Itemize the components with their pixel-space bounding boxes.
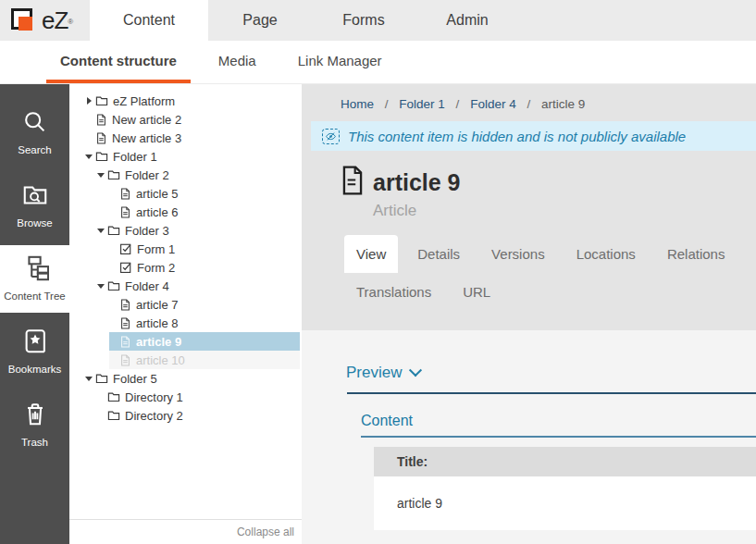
logo-orange-square — [19, 17, 32, 31]
content-item-header: article 9 Article — [341, 166, 756, 220]
left-sidebar: Search Browse Content Tree Bookmarks — [0, 84, 69, 544]
subnav-content-structure[interactable]: Content structure — [46, 41, 191, 83]
ez-logo-mark-icon — [11, 6, 39, 34]
breadcrumb-link-home[interactable]: Home — [341, 97, 374, 111]
tree-item-form-1[interactable]: Form 1 — [109, 240, 300, 258]
tree-item-directory-2[interactable]: Directory 2 — [97, 406, 300, 425]
tree-item-article-8[interactable]: article 8 — [109, 314, 300, 332]
tree-item-folder-2[interactable]: Folder 2 — [97, 166, 300, 184]
tree-item-directory-1[interactable]: Directory 1 — [97, 388, 300, 406]
caret-down-icon[interactable] — [85, 374, 95, 383]
tab-details[interactable]: Details — [405, 235, 472, 273]
caret-down-icon[interactable] — [85, 152, 95, 161]
sidebar-item-bookmarks[interactable]: Bookmarks — [0, 318, 69, 386]
breadcrumb-separator: / — [456, 97, 460, 111]
caret-down-icon[interactable] — [97, 170, 107, 179]
article-icon — [95, 113, 107, 127]
tree-item-label: article 6 — [136, 205, 179, 219]
subnav-media[interactable]: Media — [204, 41, 270, 83]
subnav-link-manager[interactable]: Link Manager — [284, 41, 396, 83]
field-label-row: Title: — [374, 447, 756, 476]
caret-spacer — [85, 115, 95, 124]
breadcrumb-link-folder-4[interactable]: Folder 4 — [470, 97, 516, 111]
caret-down-icon[interactable] — [97, 281, 107, 291]
sidebar-item-label: Bookmarks — [0, 364, 69, 375]
caret-spacer — [109, 355, 119, 365]
breadcrumb-link-folder-1[interactable]: Folder 1 — [399, 97, 445, 111]
content-section-heading: Content — [361, 413, 756, 438]
tree-item-article-7[interactable]: article 7 — [109, 295, 300, 314]
content-tree-panel: eZ Platform New article 2 New article 3 … — [69, 84, 302, 544]
tree-item-article-10-hidden[interactable]: article 10 — [109, 351, 300, 369]
tree-item-folder-3[interactable]: Folder 3 — [97, 221, 300, 240]
tree-item-article-9-selected[interactable]: article 9 — [109, 332, 300, 351]
sidebar-item-trash[interactable]: Trash — [0, 391, 69, 459]
top-tab-page[interactable]: Page — [208, 0, 312, 41]
sidebar-item-browse[interactable]: Browse — [0, 172, 69, 240]
sidebar-item-label: Browse — [0, 217, 69, 229]
tree-item-label: Form 2 — [137, 261, 175, 275]
field-table: Title: article 9 — [374, 447, 756, 530]
tab-locations[interactable]: Locations — [564, 235, 648, 273]
preview-section-toggle[interactable]: Preview — [346, 364, 756, 382]
folder-icon — [95, 372, 108, 385]
tree-item-new-article-3[interactable]: New article 3 — [85, 129, 300, 147]
ez-platform-admin-screen: eZ ® Content Page Forms Admin Content st… — [0, 0, 756, 544]
preview-divider — [347, 392, 756, 394]
tree-item-label: article 8 — [136, 316, 179, 330]
tab-url[interactable]: URL — [451, 273, 502, 311]
tab-relations[interactable]: Relations — [655, 235, 737, 273]
tree-item-new-article-2[interactable]: New article 2 — [85, 110, 300, 129]
article-icon — [119, 298, 131, 312]
tree-item-folder-4[interactable]: Folder 4 — [97, 277, 300, 295]
tab-translations[interactable]: Translations — [344, 273, 443, 311]
tree-item-label: New article 3 — [112, 131, 181, 145]
caret-spacer — [109, 337, 119, 346]
sidebar-item-search[interactable]: Search — [0, 99, 69, 167]
registered-mark: ® — [68, 18, 73, 26]
caret-down-icon[interactable] — [97, 226, 107, 235]
breadcrumb: Home / Folder 1 / Folder 4 / article 9 — [302, 84, 756, 111]
tree-item-ez-platform[interactable]: eZ Platform — [85, 92, 300, 110]
notice-text: This content item is hidden and is not p… — [348, 129, 686, 144]
caret-spacer — [109, 300, 119, 309]
tree-item-label: Directory 1 — [125, 390, 183, 404]
content-tabs: View Details Versions Locations Relation… — [344, 235, 756, 311]
top-tab-admin[interactable]: Admin — [415, 0, 519, 41]
content-tree-list: eZ Platform New article 2 New article 3 … — [69, 84, 302, 519]
view-tab-body: Preview Content Title: article 9 — [302, 330, 756, 544]
article-icon — [119, 205, 131, 219]
top-tab-content[interactable]: Content — [90, 0, 208, 41]
breadcrumb-separator: / — [385, 97, 389, 111]
main-content: Home / Folder 1 / Folder 4 / article 9 T… — [302, 84, 756, 544]
tree-item-folder-1[interactable]: Folder 1 — [85, 147, 300, 166]
caret-spacer — [97, 411, 107, 420]
content-fields-section: Content Title: article 9 — [361, 413, 756, 530]
preview-label: Preview — [346, 364, 402, 382]
tree-footer: Collapse all — [69, 519, 302, 544]
trash-icon — [21, 415, 49, 431]
hidden-eye-icon — [322, 129, 340, 144]
sidebar-item-label: Trash — [0, 437, 69, 448]
tree-item-label: Folder 2 — [125, 168, 169, 182]
hidden-content-notice: This content item is hidden and is not p… — [311, 121, 756, 151]
tree-item-label: eZ Platform — [113, 94, 175, 108]
top-tab-forms[interactable]: Forms — [312, 0, 415, 41]
caret-spacer — [85, 133, 95, 142]
collapse-all-button[interactable]: Collapse all — [237, 525, 294, 538]
tree-item-article-5[interactable]: article 5 — [109, 184, 300, 203]
article-icon — [119, 335, 131, 349]
tree-item-form-2[interactable]: Form 2 — [109, 258, 300, 277]
tree-item-folder-5[interactable]: Folder 5 — [85, 369, 300, 388]
tree-item-label: Directory 2 — [125, 409, 183, 423]
tree-item-label: Folder 1 — [113, 150, 157, 164]
secondary-navigation-bar: Content structure Media Link Manager — [0, 41, 756, 84]
chevron-down-icon — [409, 364, 422, 377]
folder-icon — [95, 94, 108, 107]
tab-view[interactable]: View — [344, 235, 398, 273]
ez-logo[interactable]: eZ ® — [0, 0, 90, 41]
tab-versions[interactable]: Versions — [479, 235, 557, 273]
tree-item-article-6[interactable]: article 6 — [109, 203, 300, 221]
caret-right-icon[interactable] — [85, 96, 95, 105]
sidebar-item-content-tree[interactable]: Content Tree — [0, 245, 69, 313]
